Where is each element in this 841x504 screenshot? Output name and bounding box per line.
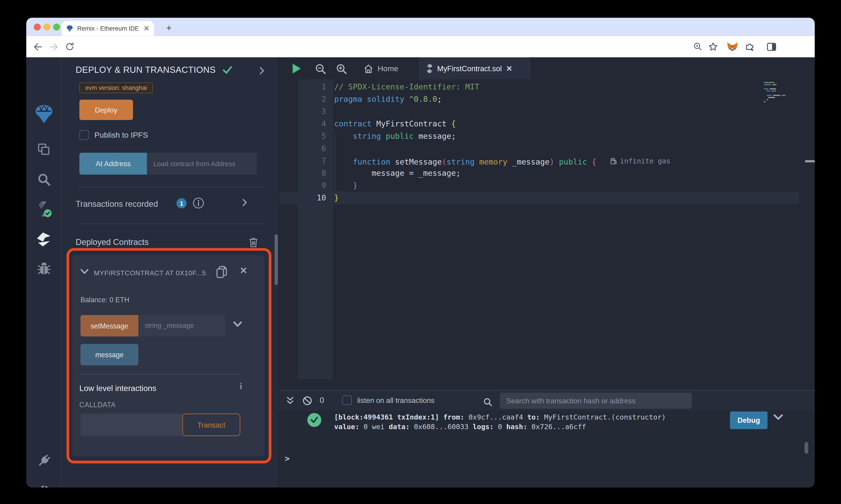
editor-scrollbar-thumb[interactable] [805, 160, 815, 162]
tx-log-entry[interactable]: [block:4994361 txIndex:1] from: 0x9cf...… [334, 412, 666, 431]
deployed-contract-card: MYFIRSTCONTRACT AT 0X10F...5 ✕ Balance: … [72, 255, 264, 456]
run-script-play-icon[interactable] [290, 61, 304, 75]
tab-close-icon[interactable]: ✕ [506, 65, 513, 73]
publish-ipfs-label: Publish to IPFS [95, 131, 148, 140]
panel-scrollbar-thumb[interactable] [275, 234, 278, 285]
terminal-scrollbar-thumb[interactable] [804, 442, 808, 454]
traffic-light-minimize[interactable] [44, 23, 51, 31]
extensions-icon[interactable] [743, 41, 755, 53]
remix-logo[interactable] [26, 102, 62, 126]
low-level-info-icon[interactable]: i [240, 381, 242, 391]
tab-myfirstcontract[interactable]: MyFirstContract.sol ✕ [419, 57, 530, 79]
tab-title: Remix - Ethereum IDE [77, 25, 143, 32]
debug-button[interactable]: Debug [730, 411, 768, 429]
code-editor: Home MyFirstContract.sol ✕ 1// SPDX-Lice… [279, 57, 815, 390]
code-line-8[interactable]: 8 message = _message; [279, 167, 815, 179]
solidity-compiler-icon[interactable] [26, 197, 62, 221]
tx-log-line-1: [block:4994361 txIndex:1] from: 0x9cf...… [334, 412, 666, 422]
metamask-icon[interactable] [726, 41, 738, 53]
setmessage-arg-input[interactable] [138, 315, 225, 337]
zoom-lens-icon[interactable] [692, 41, 704, 53]
panel-collapse-chevron-icon[interactable] [260, 67, 264, 74]
back-arrow-icon[interactable] [32, 41, 44, 53]
transact-button[interactable]: Transact [182, 414, 240, 436]
code-line-3[interactable]: 3 [279, 106, 815, 118]
deployed-contracts-title: Deployed Contracts [76, 237, 149, 247]
side-panel-icon[interactable] [765, 41, 777, 53]
solidity-file-icon [426, 64, 433, 73]
terminal-search-icon [482, 396, 494, 408]
tab-home[interactable]: Home [358, 60, 404, 76]
code-line-4[interactable]: 4contract MyFirstContract { [279, 118, 815, 130]
debugger-icon[interactable] [26, 258, 62, 281]
search-icon[interactable] [26, 168, 62, 191]
publish-ipfs-checkbox[interactable] [79, 130, 89, 140]
copy-address-icon[interactable] [216, 266, 227, 278]
tx-success-check-icon [307, 413, 321, 427]
divider [77, 187, 264, 187]
at-address-input[interactable] [147, 153, 257, 175]
deploy-run-panel: DEPLOY & RUN TRANSACTIONS evm version: s… [62, 57, 279, 488]
plugin-manager-icon[interactable] [26, 449, 62, 472]
activity-bar [26, 57, 62, 488]
editor-toolbar: Home MyFirstContract.sol ✕ [279, 57, 815, 79]
contract-balance: Balance: 0 ETH [81, 296, 130, 304]
contract-collapse-chevron-icon[interactable] [81, 269, 88, 274]
panel-check-icon [223, 66, 232, 74]
calldata-input[interactable] [81, 414, 182, 436]
code-line-1[interactable]: 1// SPDX-License-Identifier: MIT [279, 81, 815, 93]
setmessage-expand-chevron-icon[interactable] [233, 321, 242, 327]
code-line-9[interactable]: 9 } [279, 179, 815, 192]
editor-minimap[interactable] [764, 82, 798, 103]
transactions-count-badge: 1 [176, 198, 187, 209]
tab-close-icon[interactable]: ✕ [143, 24, 150, 33]
terminal-prompt[interactable]: > [285, 454, 290, 463]
terminal-header: 0 listen on all transactions [279, 391, 815, 411]
code-area[interactable]: 1// SPDX-License-Identifier: MIT2pragma … [279, 81, 815, 204]
listen-label: listen on all transactions [357, 396, 434, 404]
collapse-terminal-icon[interactable] [284, 395, 296, 407]
remix-app: DEPLOY & RUN TRANSACTIONS evm version: s… [26, 57, 815, 488]
divider [79, 374, 240, 374]
deploy-run-icon[interactable] [26, 228, 62, 251]
expand-log-chevron-icon[interactable] [773, 414, 783, 420]
clear-console-icon[interactable] [302, 395, 313, 407]
code-line-2[interactable]: 2pragma solidity ^0.8.0; [279, 93, 815, 106]
transactions-expand-chevron-icon[interactable] [242, 199, 247, 206]
remix-favicon-icon [66, 25, 73, 32]
reload-icon[interactable] [64, 41, 76, 53]
divider [77, 223, 264, 224]
traffic-light-zoom[interactable] [53, 23, 60, 31]
browser-tab[interactable]: Remix - Ethereum IDE ✕ [62, 21, 154, 36]
new-tab-button[interactable]: + [162, 22, 175, 35]
zoom-in-icon[interactable] [334, 61, 348, 75]
message-getter-button[interactable]: message [81, 344, 138, 365]
traffic-light-close[interactable] [34, 23, 41, 31]
setmessage-function-button[interactable]: setMessage [81, 315, 138, 337]
listen-checkbox[interactable] [342, 395, 352, 405]
panel-title: DEPLOY & RUN TRANSACTIONS [76, 65, 232, 75]
forward-arrow-icon[interactable] [48, 41, 59, 53]
terminal-search-input[interactable] [500, 393, 692, 409]
remove-contract-icon[interactable]: ✕ [240, 265, 247, 276]
contract-instance-title: MYFIRSTCONTRACT AT 0X10F...5 [94, 270, 208, 277]
settings-gear-icon[interactable] [26, 480, 62, 488]
deploy-button[interactable]: Deploy [79, 100, 133, 120]
browser-toolbar: remix.ethereum.org/#lang=en&optimize=fal… [26, 36, 815, 57]
tx-log-line-2: value: 0 wei data: 0x608...60033 logs: 0… [334, 422, 666, 431]
clear-contracts-trash-icon[interactable] [249, 237, 258, 248]
code-line-7[interactable]: 7 function setMessage(string memory _mes… [279, 155, 815, 167]
code-line-10[interactable]: 10} [279, 192, 799, 204]
publish-ipfs-row: Publish to IPFS [79, 130, 148, 140]
calldata-label: CALLDATA [79, 401, 116, 409]
gas-annotation: infinite gas [611, 155, 670, 167]
file-explorer-icon[interactable] [26, 138, 62, 161]
transactions-info-icon[interactable] [193, 197, 205, 209]
zoom-out-icon[interactable] [313, 61, 327, 75]
code-line-5[interactable]: 5 string public message; [279, 130, 815, 142]
pending-tx-count: 0 [320, 395, 324, 404]
bookmark-star-icon[interactable] [707, 41, 719, 53]
code-line-6[interactable]: 6 [279, 142, 815, 155]
at-address-button[interactable]: At Address [79, 153, 147, 175]
screenshot-stage: Remix - Ethereum IDE ✕ + remix.ethereum.… [0, 0, 841, 504]
